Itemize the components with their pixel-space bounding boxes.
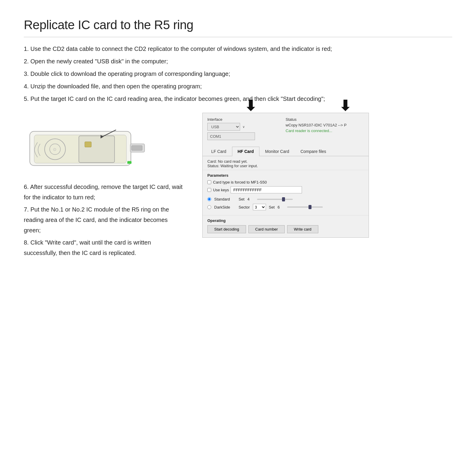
keys-input[interactable] <box>231 186 302 193</box>
status-waiting-text: Status: Waiting for user input. <box>207 164 364 168</box>
tab-compare-files[interactable]: Compare files <box>295 147 332 156</box>
checkbox-mf1-label: Card type is forced to MF1-S50 <box>213 180 267 184</box>
status-col: Status wCopy NSR107-IDIC V701A2 --> P Ca… <box>286 117 364 144</box>
arrow-write-card: ⬇ <box>339 97 351 114</box>
standard-label: Standard <box>214 197 236 201</box>
software-panel: Interface USB ∨ COM1 Status <box>202 113 369 238</box>
steps-after: 6. After successful decoding, remove the… <box>24 182 184 260</box>
interface-row: USB ∨ <box>207 123 286 131</box>
mode-rows: Standard Set 4 DarkSide Sector <box>207 197 364 210</box>
standard-slider-track[interactable] <box>257 199 293 200</box>
com-row: COM1 <box>207 132 286 143</box>
status-version: wCopy NSR107-IDIC V701A2 --> P <box>286 123 364 127</box>
status-label: Status <box>286 117 364 122</box>
step4: 4. Unzip the downloaded file, and then o… <box>24 81 440 91</box>
tab-lf-card[interactable]: LF Card <box>206 147 232 156</box>
svg-rect-7 <box>85 142 91 147</box>
standard-set-label: Set <box>239 197 245 201</box>
darkside-set-label: Set <box>269 205 275 209</box>
write-card-button[interactable]: Write card <box>287 225 318 233</box>
operating-section: Operating Start decoding Card number Wri… <box>203 215 369 237</box>
sector-select[interactable]: 3 <box>253 204 266 210</box>
step8: 8. Click "Write card", wait until the ca… <box>24 237 184 258</box>
tab-hf-card[interactable]: HF Card <box>232 147 259 156</box>
darkside-row: DarkSide Sector 3 Set 6 <box>207 204 364 210</box>
darkside-label: DarkSide <box>214 205 236 209</box>
interface-select[interactable]: USB <box>207 123 240 131</box>
darkside-set-value: 6 <box>278 205 282 209</box>
tabs-row: LF Card HF Card Monitor Card Compare fil… <box>203 147 369 156</box>
step3: 3. Double click to download the operatin… <box>24 69 440 79</box>
com-field: COM1 <box>207 132 255 140</box>
params-header: Parameters <box>207 173 364 178</box>
svg-rect-8 <box>127 161 131 164</box>
standard-slider-thumb[interactable] <box>282 197 285 201</box>
checkbox-mf1[interactable] <box>207 180 211 184</box>
darkside-slider-thumb[interactable] <box>309 205 311 209</box>
interface-col: Interface USB ∨ COM1 <box>207 117 286 144</box>
standard-row: Standard Set 4 <box>207 197 364 201</box>
svg-rect-5 <box>79 136 115 163</box>
step1: 1. Use the CD2 data cable to connect the… <box>24 44 440 54</box>
radio-darkside[interactable] <box>207 205 211 209</box>
status-connected: Card reader is connected... <box>286 129 364 133</box>
card-info-text: Card: No card read yet. <box>207 159 364 164</box>
darkside-slider-track[interactable] <box>287 206 323 208</box>
buttons-row: Start decoding Card number Write card <box>207 225 364 233</box>
start-decoding-button[interactable]: Start decoding <box>207 225 246 233</box>
step5: 5. Put the target IC card on the IC card… <box>24 94 440 104</box>
checkbox-use-keys[interactable] <box>207 188 211 192</box>
operating-label: Operating <box>207 218 364 223</box>
tab-monitor-card[interactable]: Monitor Card <box>259 147 295 156</box>
page-title: Replicate IC card to the R5 ring <box>24 18 452 32</box>
card-info-area: Card: No card read yet. Status: Waiting … <box>203 156 369 170</box>
radio-standard[interactable] <box>207 197 211 201</box>
arrow-hf-tab: ⬇ <box>245 97 256 114</box>
interface-label: Interface <box>207 117 286 122</box>
parameters-section: Parameters Card type is forced to MF1-S5… <box>203 170 369 215</box>
device-illustration: ⊙ <box>24 113 149 172</box>
panel-top-section: Interface USB ∨ COM1 Status <box>203 113 369 147</box>
instructions-top: 1. Use the CD2 data cable to connect the… <box>24 44 440 104</box>
title-divider <box>24 37 452 37</box>
card-number-button[interactable]: Card number <box>248 225 285 233</box>
step7: 7. Put the No.1 or No.2 IC module of the… <box>24 204 184 236</box>
step2: 2. Open the newly created "USB disk" in … <box>24 56 440 66</box>
checkbox-mf1-row: Card type is forced to MF1-S50 <box>207 180 364 184</box>
standard-set-value: 4 <box>248 197 252 201</box>
use-keys-label: Use keys <box>213 188 229 192</box>
svg-rect-10 <box>131 146 142 151</box>
use-keys-row: Use keys <box>207 186 364 193</box>
interface-dropdown-arrow: ∨ <box>242 125 245 129</box>
software-panel-wrapper: ⬇ ⬇ Interface USB ∨ COM1 <box>202 113 369 238</box>
sector-label: Sector <box>239 205 250 209</box>
step6: 6. After successful decoding, remove the… <box>24 182 184 203</box>
svg-text:⊙: ⊙ <box>53 147 57 152</box>
